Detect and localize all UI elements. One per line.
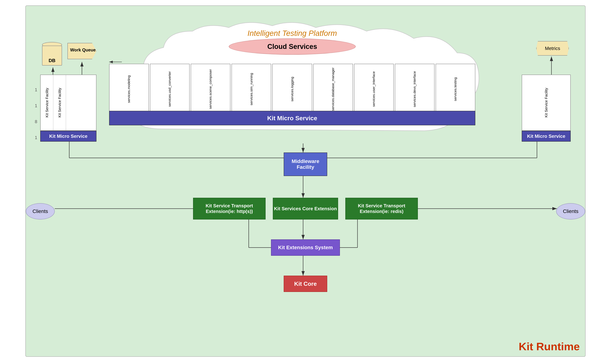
cloud-services-text: Cloud Services xyxy=(267,43,317,51)
service-col-5: services.logging xyxy=(272,64,312,115)
left-facility-col-2: Kit Service Facility xyxy=(53,75,66,130)
service-col-3: services.scene_composer xyxy=(191,64,231,115)
kit-runtime-label: Kit Runtime xyxy=(519,340,580,353)
db-label: DB xyxy=(42,58,62,63)
main-container: Kit Runtime xyxy=(25,5,585,357)
db-cylinder-body: DB xyxy=(42,46,62,65)
metrics-shape: Metrics xyxy=(536,41,569,56)
middleware-text: MiddlewareFacility xyxy=(292,158,319,170)
left-facility-label-2: Kit Service Facility xyxy=(57,88,62,117)
services-columns: services.modeling services.usd_converter… xyxy=(109,60,475,115)
cloud-kms-text: Kit Micro Service xyxy=(267,115,317,122)
service-col-1: services.modeling xyxy=(109,64,149,115)
left-kms-box: Kit Service Facility Kit Service Facilit… xyxy=(40,75,96,131)
transport-ext-right-box: Kit Service Transport Extension(ie: redi… xyxy=(345,198,418,220)
service-col-4: services.sim_running xyxy=(231,64,271,115)
cloud-kms-bar: Kit Micro Service xyxy=(109,111,475,125)
kit-core-text: Kit Core xyxy=(294,281,317,287)
service-col-9: services.testing xyxy=(435,64,475,115)
core-ext-box: Kit Services Core Extension xyxy=(273,198,338,220)
bottom-row: Kit Service Transport Extension(ie: http… xyxy=(161,198,450,220)
service-col-8: services.devs_interface xyxy=(395,64,435,115)
cloud-services-oval: Cloud Services xyxy=(229,39,356,55)
right-kms-box: Kit Service Facility xyxy=(522,75,571,131)
right-kms-text: Kit Micro Service xyxy=(527,133,565,139)
transport-ext-left-box: Kit Service Transport Extension(ie: http… xyxy=(193,198,266,220)
client-right: Clients xyxy=(556,203,585,220)
extensions-system-text: Kit Extensions System xyxy=(278,245,333,250)
kit-core-box: Kit Core xyxy=(284,276,327,292)
left-numbers: 1 1 8 1 xyxy=(35,87,37,140)
left-kms-label: Kit Micro Service xyxy=(40,131,96,142)
service-col-6: services.database_manager xyxy=(313,64,353,115)
service-col-2: services.usd_converter xyxy=(150,64,190,115)
client-left-text: Clients xyxy=(32,208,48,214)
right-kms-label: Kit Micro Service xyxy=(522,131,571,142)
right-facility-label: Kit Service Facility xyxy=(544,88,548,117)
transport-ext-left-text: Kit Service Transport Extension(ie: http… xyxy=(193,203,265,214)
right-facility-col: Kit Service Facility xyxy=(522,75,570,130)
middleware-box: MiddlewareFacility xyxy=(284,153,327,176)
extensions-system-box: Kit Extensions System xyxy=(271,239,340,256)
service-col-7: services.user_interface xyxy=(354,64,394,115)
core-ext-text: Kit Services Core Extension xyxy=(274,206,337,211)
transport-ext-right-text: Kit Service Transport Extension(ie: redi… xyxy=(346,203,418,214)
left-kms-text: Kit Micro Service xyxy=(49,133,88,139)
left-facility-label-1: Kit Service Facility xyxy=(45,88,49,117)
client-right-text: Clients xyxy=(563,208,578,214)
left-facility-col-1: Kit Service Facility xyxy=(41,75,53,130)
db-shape: DB xyxy=(42,42,62,67)
cloud-container: Intelligent Testing Platform Cloud Servi… xyxy=(98,17,486,143)
work-queue-label: Work Queue xyxy=(70,47,96,52)
metrics-label: Metrics xyxy=(545,46,560,51)
client-left: Clients xyxy=(26,203,55,220)
itp-label: Intelligent Testing Platform xyxy=(247,29,337,38)
